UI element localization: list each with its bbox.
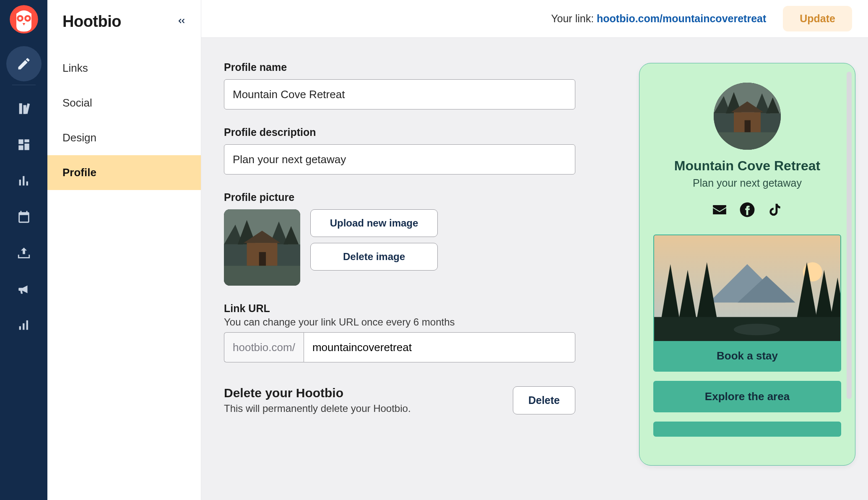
megaphone-icon	[17, 282, 31, 296]
svg-point-3	[18, 17, 21, 20]
preview-link-explore[interactable]: Explore the area	[653, 381, 841, 412]
sidebar-item-links[interactable]: Links	[47, 51, 201, 86]
delete-hootbio-title: Delete your Hootbio	[224, 386, 411, 400]
analytics-icon	[17, 318, 31, 332]
your-link-url[interactable]: hootbio.com/mountaincoveretreat	[597, 13, 766, 24]
preview-link-explore-label: Explore the area	[705, 390, 790, 403]
sidebar-nav: Links Social Design Profile	[47, 51, 201, 190]
preview-scrollbar[interactable]	[847, 72, 852, 399]
rail-item-library[interactable]	[6, 91, 42, 126]
sidebar-item-design[interactable]: Design	[47, 120, 201, 155]
sidebar-item-profile[interactable]: Profile	[47, 155, 201, 190]
rail-item-calendar[interactable]	[6, 199, 42, 234]
profile-description-label: Profile description	[224, 126, 604, 138]
link-url-group: hootbio.com/	[224, 332, 575, 362]
rail-item-analytics[interactable]	[6, 307, 42, 343]
sidebar-item-social[interactable]: Social	[47, 86, 201, 120]
preview-avatar	[714, 83, 781, 150]
inbox-download-icon	[17, 246, 31, 260]
sidebar: Hootbio Links Social Design Profile	[47, 0, 201, 500]
delete-hootbio-button[interactable]: Delete	[513, 386, 575, 414]
preview-link-book[interactable]: Book a stay	[653, 234, 841, 372]
main: Your link: hootbio.com/mountaincoveretre…	[201, 0, 868, 500]
svg-point-37	[734, 324, 780, 335]
preview-link-book-label: Book a stay	[654, 341, 840, 371]
library-icon	[17, 102, 31, 116]
rail-item-megaphone[interactable]	[6, 271, 42, 307]
preview-card: Mountain Cove Retreat Plan your next get…	[639, 63, 855, 466]
delete-hootbio-section: Delete your Hootbio This will permanentl…	[224, 386, 575, 414]
rail-divider	[12, 85, 36, 85]
link-url-input[interactable]	[304, 332, 575, 362]
profile-form: Profile name Profile description Profile…	[201, 38, 626, 500]
svg-point-4	[26, 17, 29, 20]
profile-picture-thumbnail	[224, 209, 300, 286]
svg-rect-13	[259, 252, 266, 266]
email-icon[interactable]	[712, 202, 728, 219]
tiktok-icon[interactable]	[767, 202, 783, 219]
svg-rect-23	[745, 120, 751, 133]
delete-hootbio-desc: This will permanently delete your Hootbi…	[224, 403, 411, 414]
link-url-label: Link URL	[224, 302, 604, 315]
preview-subtitle: Plan your next getaway	[693, 177, 802, 189]
topbar: Your link: hootbio.com/mountaincoveretre…	[201, 0, 868, 38]
profile-picture-label: Profile picture	[224, 191, 604, 203]
rail-item-barchart[interactable]	[6, 163, 42, 198]
facebook-icon[interactable]	[739, 202, 755, 219]
rail-item-compose[interactable]	[6, 46, 42, 81]
update-button[interactable]: Update	[783, 6, 852, 31]
svg-rect-14	[224, 266, 300, 286]
brand-title: Hootbio	[62, 13, 121, 31]
bar-chart-icon	[17, 174, 31, 188]
collapse-sidebar-button[interactable]	[176, 16, 187, 28]
link-url-prefix: hootbio.com/	[224, 332, 304, 362]
upload-image-button[interactable]: Upload new image	[310, 209, 438, 237]
chevron-double-left-icon	[176, 16, 187, 26]
calendar-icon	[17, 210, 31, 224]
svg-rect-24	[714, 132, 781, 150]
preview-social-row	[712, 202, 783, 219]
preview-link-image	[654, 235, 840, 341]
preview-link-peek[interactable]	[653, 422, 841, 437]
edit-icon	[16, 56, 31, 71]
your-link: Your link: hootbio.com/mountaincoveretre…	[551, 13, 766, 25]
preview-column: Mountain Cove Retreat Plan your next get…	[626, 38, 868, 500]
rail-item-grid[interactable]	[6, 127, 42, 162]
your-link-label: Your link:	[551, 13, 594, 24]
app-rail	[0, 0, 47, 500]
hootsuite-logo	[7, 3, 41, 36]
delete-image-button[interactable]: Delete image	[310, 243, 438, 271]
rail-item-inbox[interactable]	[6, 235, 42, 271]
link-url-help: You can change your link URL once every …	[224, 316, 604, 328]
profile-name-input[interactable]	[224, 79, 575, 109]
profile-description-input[interactable]	[224, 144, 575, 174]
profile-name-label: Profile name	[224, 61, 604, 73]
grid-icon	[17, 138, 31, 152]
preview-title: Mountain Cove Retreat	[674, 158, 820, 174]
